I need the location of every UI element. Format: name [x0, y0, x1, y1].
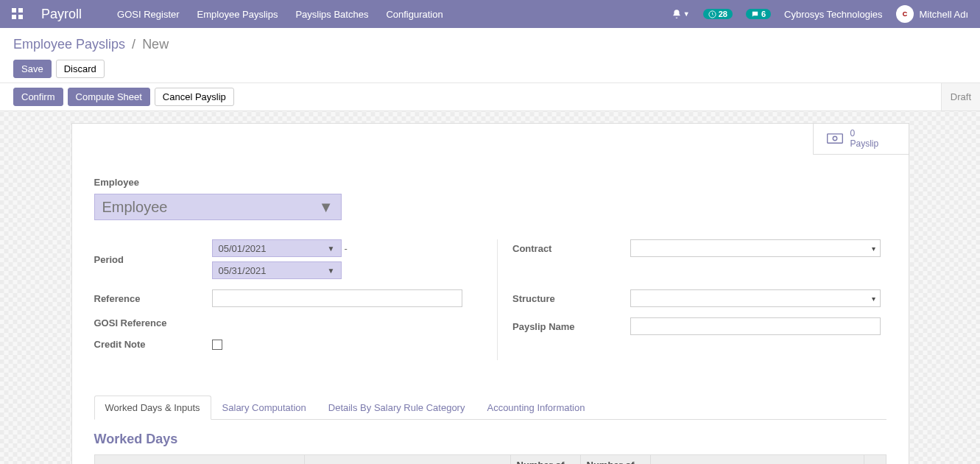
- period-end-input[interactable]: 05/31/2021 ▼: [212, 261, 342, 279]
- bell-icon: [671, 9, 682, 19]
- avatar: C: [896, 5, 914, 23]
- employee-field[interactable]: Employee ▼: [94, 194, 342, 220]
- activity-badge[interactable]: 28: [703, 9, 733, 19]
- company-name[interactable]: Cybrosys Technologies: [784, 9, 882, 20]
- structure-row: Structure ▾: [512, 289, 886, 307]
- employee-placeholder: Employee: [102, 199, 168, 216]
- user-name: Mitchell Adı: [920, 9, 968, 20]
- save-button[interactable]: Save: [13, 60, 52, 78]
- nav-item-batches[interactable]: Payslips Batches: [295, 9, 368, 20]
- gosi-ref-row: GOSI Reference: [94, 317, 468, 328]
- chevron-down-icon: ▼: [328, 267, 335, 275]
- activity-count: 28: [719, 10, 727, 18]
- credit-note-row: Credit Note: [94, 339, 468, 350]
- clock-icon: [708, 10, 716, 18]
- employee-label: Employee: [94, 177, 886, 188]
- period-start-value: 05/01/2021: [219, 243, 267, 254]
- reference-label: Reference: [94, 293, 212, 304]
- stat-label: Payslip: [850, 138, 879, 149]
- chevron-down-icon: ▼: [319, 199, 334, 216]
- gosi-ref-label: GOSI Reference: [94, 317, 212, 328]
- discard-button[interactable]: Discard: [56, 60, 105, 78]
- contract-row: Contract ▾: [512, 239, 886, 257]
- col-contract[interactable]: Contract: [650, 455, 864, 465]
- col-description[interactable]: Description: [94, 455, 304, 465]
- col-code[interactable]: Code: [304, 455, 510, 465]
- period-row: Period 05/01/2021 ▼ - 05/31/2021: [94, 239, 468, 279]
- app-brand[interactable]: Payroll: [41, 7, 82, 22]
- nav-item-payslips[interactable]: Employee Payslips: [197, 9, 278, 20]
- svg-text:C: C: [902, 10, 907, 18]
- period-label: Period: [94, 254, 212, 265]
- credit-note-label: Credit Note: [94, 339, 212, 350]
- stat-count: 0: [850, 128, 879, 138]
- period-start-input[interactable]: 05/01/2021 ▼: [212, 239, 342, 257]
- tab-salary-computation[interactable]: Salary Computation: [211, 396, 317, 420]
- nav-item-gosi[interactable]: GOSI Register: [117, 9, 180, 20]
- notifications-menu[interactable]: ▼: [671, 9, 690, 19]
- compute-sheet-button[interactable]: Compute Sheet: [68, 88, 150, 106]
- reference-input[interactable]: [212, 289, 462, 307]
- form-sheet: 0 Payslip Employee Employee ▼ Period: [71, 123, 909, 464]
- chat-icon: [751, 10, 759, 18]
- payslip-name-row: Payslip Name: [512, 317, 886, 335]
- credit-note-checkbox[interactable]: [212, 340, 222, 350]
- top-navbar: Payroll GOSI Register Employee Payslips …: [0, 0, 980, 28]
- payslip-name-label: Payslip Name: [512, 321, 630, 332]
- structure-label: Structure: [512, 293, 630, 304]
- tab-content: Worked Days Description Code Number of ……: [72, 420, 909, 464]
- col-number-2[interactable]: Number of …: [580, 455, 650, 465]
- svg-point-4: [833, 137, 837, 141]
- period-dash: -: [345, 243, 348, 254]
- period-end-value: 05/31/2021: [219, 265, 267, 276]
- worked-days-table: Description Code Number of … Number of ……: [94, 454, 886, 464]
- form-col-left: Period 05/01/2021 ▼ - 05/31/2021: [94, 239, 468, 360]
- cancel-payslip-button[interactable]: Cancel Payslip: [155, 88, 234, 106]
- stat-text: 0 Payslip: [850, 128, 879, 150]
- user-menu[interactable]: C Mitchell Adı: [896, 5, 968, 23]
- messages-count: 6: [761, 10, 766, 18]
- nav-menu: GOSI Register Employee Payslips Payslips…: [117, 9, 443, 20]
- chevron-down-icon: ▾: [872, 245, 875, 253]
- payslip-stat-button[interactable]: 0 Payslip: [813, 124, 909, 155]
- nav-right: ▼ 28 6 Cybrosys Technologies C Mitchell …: [671, 5, 968, 23]
- confirm-button[interactable]: Confirm: [13, 88, 63, 106]
- form-tabs: Worked Days & Inputs Salary Computation …: [94, 396, 886, 420]
- tab-accounting-info[interactable]: Accounting Information: [476, 396, 596, 420]
- breadcrumb: Employee Payslips / New: [13, 37, 967, 52]
- messages-badge[interactable]: 6: [746, 9, 771, 19]
- caret-down-icon: ▼: [683, 10, 690, 18]
- payslip-name-input[interactable]: [630, 317, 881, 335]
- nav-item-config[interactable]: Configuration: [386, 9, 443, 20]
- contract-select[interactable]: ▾: [630, 239, 881, 257]
- tab-details-by-category[interactable]: Details By Salary Rule Category: [317, 396, 476, 420]
- svg-rect-3: [827, 134, 842, 143]
- breadcrumb-link[interactable]: Employee Payslips: [13, 37, 125, 52]
- col-spacer: [864, 455, 886, 465]
- form-col-right: Contract ▾ Structure ▾ Payslip Name: [497, 239, 886, 360]
- chevron-down-icon: ▾: [872, 295, 875, 303]
- form-body: Employee Employee ▼ Period 05/01/2021 ▼: [72, 124, 909, 375]
- titlebar: Employee Payslips / New Save Discard: [0, 28, 980, 82]
- breadcrumb-current: New: [142, 37, 169, 52]
- breadcrumb-sep: /: [132, 37, 135, 52]
- apps-icon[interactable]: [12, 8, 24, 20]
- money-icon: [827, 133, 843, 144]
- col-number-1[interactable]: Number of …: [510, 455, 580, 465]
- status-badge: Draft: [941, 83, 980, 110]
- form-background: 0 Payslip Employee Employee ▼ Period: [0, 111, 980, 464]
- chevron-down-icon: ▼: [328, 245, 335, 253]
- worked-days-title: Worked Days: [94, 432, 886, 447]
- tab-worked-days[interactable]: Worked Days & Inputs: [94, 396, 211, 420]
- structure-select[interactable]: ▾: [630, 289, 881, 307]
- reference-row: Reference: [94, 289, 468, 307]
- form-columns: Period 05/01/2021 ▼ - 05/31/2021: [94, 239, 886, 360]
- record-actions: Save Discard: [13, 60, 967, 78]
- workflow-bar: Confirm Compute Sheet Cancel Payslip Dra…: [0, 82, 980, 111]
- contract-label: Contract: [512, 243, 630, 254]
